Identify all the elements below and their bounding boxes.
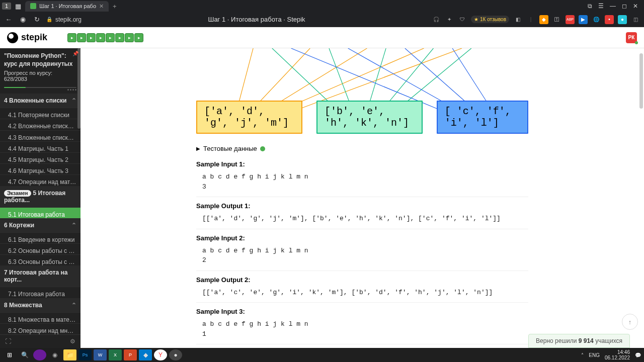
lock-icon: 🔒 [46, 17, 52, 22]
excel-icon[interactable]: X [109, 349, 122, 360]
ext-orange-icon[interactable]: ◆ [539, 15, 548, 24]
tab-counter[interactable]: 1 [2, 3, 11, 10]
result-list-2: ['b', 'e', 'h', 'k', 'n'] [316, 101, 423, 134]
stepik-logo[interactable]: stepik [7, 32, 47, 43]
course-sidebar: "Поколение Python": курс для продвинутых… [0, 48, 80, 348]
test-data-toggle[interactable]: ▶ Тестовые данные [196, 142, 528, 155]
step-pill-8[interactable]: ▸ [134, 33, 143, 42]
tray-chevron-icon[interactable]: ˄ [581, 352, 584, 358]
sample-output-2-code: [['a', 'c', 'e', 'g', 'i', 'k', 'm'], ['… [196, 286, 528, 303]
window-titlebar: 1 ▦ Шаг 1 · Итоговая рабо ✕ + ⧉ ☰ — ◻ ✕ [0, 0, 644, 12]
ext-globe-icon[interactable]: 🌐 [592, 15, 601, 24]
lesson-4-5[interactable]: 4.5 Матрицы. Часть 2 [0, 152, 80, 163]
back-button[interactable]: ← [4, 16, 13, 23]
tray-lang[interactable]: ENG [589, 352, 600, 358]
sample-input-3-code: a b c d e f g h i j k l m n 1 [196, 317, 528, 344]
address-bar[interactable]: 🔒 stepik.org [46, 16, 82, 23]
windows-taskbar: ⊞ 🔍 ◉ 📁 Ps W X P ◆ Y ● ˄ ENG 14:46 06.12… [0, 348, 644, 362]
ext-key-icon[interactable]: ⚿ [552, 15, 561, 24]
chevron-up-icon: ⌃ [71, 222, 76, 229]
stepik-header: stepik ▸ ▸ ▸ ▸ ▸ ▸ ▸ ▸ РК [0, 27, 644, 48]
user-avatar[interactable]: РК [626, 32, 637, 43]
reload-button[interactable]: ↻ [32, 16, 41, 23]
lesson-8-2[interactable]: 8.2 Операции над множес... [0, 323, 80, 334]
close-window-button[interactable]: ✕ [633, 3, 638, 10]
file-explorer-icon[interactable]: 📁 [63, 349, 76, 360]
ext-red-icon[interactable]: • [605, 15, 614, 24]
section-5-header[interactable]: Экзамен5 Итоговая работа... [0, 186, 80, 207]
powerpoint-icon[interactable]: P [124, 349, 137, 360]
section-7-header[interactable]: 7 Итоговая работа на корт... [0, 265, 80, 287]
menu-icon[interactable]: ☰ [598, 3, 604, 10]
lesson-8-1[interactable]: 8.1 Множества в математ... [0, 312, 80, 323]
logo-text: stepik [21, 32, 47, 43]
logo-icon [7, 32, 18, 43]
sample-output-2-label: Sample Output 2: [196, 276, 528, 284]
ext-abp-icon[interactable]: ABP [566, 15, 575, 24]
lesson-6-1[interactable]: 6.1 Введение в кортежи [0, 232, 80, 243]
tray-clock[interactable]: 14:46 06.12.2022 [605, 349, 630, 360]
headphones-icon[interactable]: 🎧 [432, 15, 441, 24]
sample-output-1-code: [['a', 'd', 'g', 'j', 'm'], ['b', 'e', '… [196, 212, 528, 229]
ext-cyan-icon[interactable]: ● [618, 15, 627, 24]
browser-tab[interactable]: Шаг 1 · Итоговая рабо ✕ [25, 1, 109, 12]
sample-input-1-label: Sample Input 1: [196, 160, 528, 168]
pin-icon[interactable]: 📌 [72, 50, 78, 57]
step-pill-6[interactable]: ▸ [115, 33, 124, 42]
photoshop-icon[interactable]: Ps [78, 349, 92, 360]
taskbar-app-2[interactable]: ◉ [48, 349, 61, 360]
step-pill-5[interactable]: ▸ [106, 33, 115, 42]
lesson-4-4[interactable]: 4.4 Матрицы. Часть 1 [0, 141, 80, 152]
start-button[interactable]: ⊞ [3, 349, 16, 360]
taskbar-app-1[interactable] [33, 349, 46, 360]
test-data-label: Тестовые данные [203, 145, 257, 152]
tab-title: Шаг 1 · Итоговая рабо [39, 3, 96, 9]
vscode-icon[interactable]: ◆ [139, 349, 152, 360]
new-tab-button[interactable]: + [113, 3, 117, 10]
step-pill-4[interactable]: ▸ [96, 33, 105, 42]
settings-icon[interactable]: ⚙ [70, 338, 75, 345]
yandex-icon[interactable]: Y [154, 349, 167, 360]
home-icon[interactable]: ◉ [18, 16, 27, 23]
lesson-7-1[interactable]: 7.1 Итоговая работа [0, 287, 80, 298]
section-4-header[interactable]: 4 Вложенные списки⌃ [0, 94, 80, 108]
minimize-button[interactable]: — [610, 3, 616, 10]
lesson-5-1[interactable]: 5.1 Итоговая работа [0, 207, 80, 218]
fullscreen-icon[interactable]: ⛶ [5, 338, 11, 345]
result-list-3: [ 'c', 'f', 'i', 'l'] [437, 101, 528, 134]
step-pill-1[interactable]: ▸ [67, 33, 76, 42]
section-8-header[interactable]: 8 Множества⌃ [0, 298, 80, 312]
pip-icon[interactable]: ⧉ [588, 3, 592, 10]
lesson-4-3[interactable]: 4.3 Вложенные списки. Ча... [0, 130, 80, 141]
scroll-to-top-button[interactable]: ↑ [622, 314, 638, 330]
content-scrollbar[interactable] [639, 53, 643, 109]
lesson-4-2[interactable]: 4.2 Вложенные списки. Ча... [0, 119, 80, 130]
notifications-icon[interactable]: 💬 [635, 352, 641, 358]
bookmark-icon[interactable]: ◧ [513, 15, 522, 24]
ext-blue-icon[interactable]: ▶ [579, 15, 588, 24]
lesson-4-1[interactable]: 4.1 Повторяем списки [0, 108, 80, 119]
tab-grid-icon[interactable]: ▦ [14, 2, 22, 10]
lesson-4-7[interactable]: 4.7 Операции над матрица... [0, 174, 80, 186]
sample-output-1-label: Sample Output 1: [196, 202, 528, 210]
step-pill-2[interactable]: ▸ [77, 33, 86, 42]
close-tab-icon[interactable]: ✕ [99, 3, 104, 10]
step-pill-3[interactable]: ▸ [87, 33, 96, 42]
lesson-4-6[interactable]: 4.6 Матрицы. Часть 3 [0, 163, 80, 174]
browser-toolbar: ← ◉ ↻ 🔒 stepik.org Шаг 1 · Итоговая рабо… [0, 12, 644, 27]
wand-icon[interactable]: ✦ [445, 15, 454, 24]
step-pill-7[interactable]: ▸ [125, 33, 134, 42]
search-icon[interactable]: 🔍 [18, 349, 31, 360]
favicon-icon [30, 3, 36, 9]
lesson-6-3[interactable]: 6.3 Основы работы с корт... [0, 254, 80, 265]
lesson-content: ['a', 'd', 'g', 'j', 'm'] ['b', 'e', 'h'… [80, 48, 644, 348]
rating-button[interactable]: ★ 1К отзывов [471, 16, 509, 23]
maximize-button[interactable]: ◻ [622, 3, 627, 10]
shield-icon[interactable]: 🛡 [458, 15, 467, 24]
sample-input-3-label: Sample Input 3: [196, 308, 528, 315]
lesson-6-2[interactable]: 6.2 Основы работы с корт... [0, 243, 80, 254]
ext-collection-icon[interactable]: ◫ [631, 15, 640, 24]
section-6-header[interactable]: 6 Кортежи⌃ [0, 218, 80, 232]
word-icon[interactable]: W [94, 349, 107, 360]
taskbar-app-9[interactable]: ● [169, 349, 182, 360]
